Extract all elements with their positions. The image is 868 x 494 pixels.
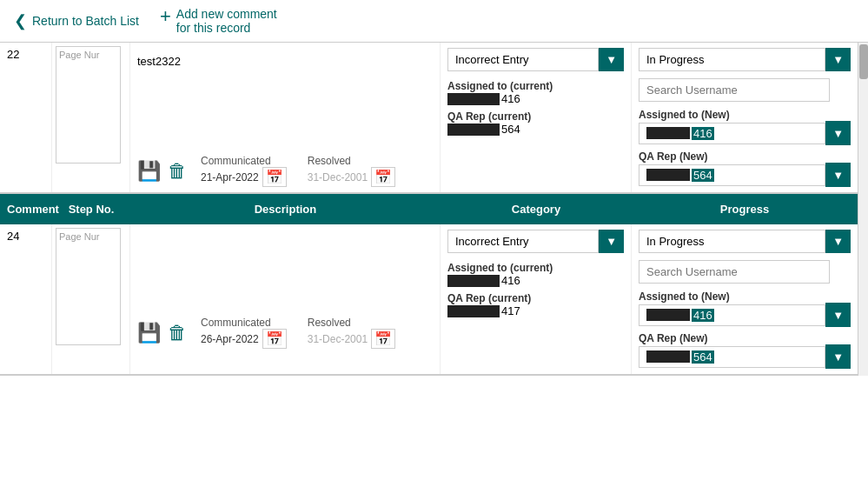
assigned-new-label-1: Assigned to (New) [639,109,851,121]
redacted-bar-qa-1 [447,124,500,136]
qa-new-num-2: 564 [692,350,714,364]
plus-icon: + [160,7,171,26]
communicated-label-2: Communicated [201,317,287,329]
assigned-current-num-2: 416 [501,274,520,287]
assigned-current-label-1: Assigned to (current) [447,80,624,92]
header-comment: Comment [0,199,52,219]
progress-value-1: In Progress [639,48,825,71]
progress-value-2: In Progress [639,230,825,253]
header-stepno: Step No. [52,199,130,219]
qa-new-num-1: 564 [692,169,714,182]
delete-icon-1[interactable]: 🗑 [168,160,187,183]
qa-current-num-2: 417 [501,304,520,317]
redacted-bar-qa-2 [447,305,500,317]
resolved-date-2: 31-Dec-2001 [308,333,368,345]
qa-new-value-1: 564 [639,164,825,186]
category-cell-2: Incorrect Entry ▼ Assigned to (current) … [441,224,632,374]
category-dropdown-btn-2[interactable]: ▼ [599,230,624,253]
add-comment-label: Add new comment for this record [176,7,277,35]
category-cell-1: Incorrect Entry ▼ Assigned to (current) … [441,43,632,192]
assigned-current-label-2: Assigned to (current) [447,262,624,274]
save-icon-1[interactable]: 💾 [137,160,161,183]
header-category: Category [441,199,632,219]
progress-cell-1: In Progress ▼ Assigned to (New) 416 ▼ [632,43,858,192]
description-text-1: test2322 [137,55,433,68]
qa-new-label-1: QA Rep (New) [639,150,851,163]
redacted-bar-new-qa-1 [646,169,690,181]
redacted-bar-assigned-2 [447,275,500,287]
qa-new-dropdown-btn-2[interactable]: ▼ [825,344,851,369]
calendar-icon-communicated-2[interactable]: 📅 [262,329,287,349]
calendar-icon-resolved-1[interactable]: 📅 [371,167,395,187]
redacted-bar-new-qa-2 [646,350,690,363]
assigned-new-value-1: 416 [639,123,825,144]
category-dropdown-btn-1[interactable]: ▼ [599,48,624,71]
description-cell-2: 💾 🗑 Communicated 26-Apr-2022 📅 Resolved … [130,224,441,374]
assigned-new-label-2: Assigned to (New) [639,290,851,303]
qa-current-label-2: QA Rep (current) [447,292,624,304]
communicated-date-1: 21-Apr-2022 [201,171,259,184]
scrollbar[interactable] [858,43,868,376]
top-bar: ❮ Return to Batch List + Add new comment… [0,0,868,43]
pagenr-label-1: Page Nur [56,47,120,63]
delete-icon-2[interactable]: 🗑 [168,322,187,344]
redacted-bar-assigned-1 [447,93,500,105]
description-cell-1: test2322 💾 🗑 Communicated 21-Apr-2022 📅 … [130,43,441,192]
qa-new-dropdown-btn-1[interactable]: ▼ [825,163,851,187]
progress-dropdown-btn-1[interactable]: ▼ [825,48,851,71]
progress-dropdown-btn-2[interactable]: ▼ [825,230,851,253]
qa-current-label-1: QA Rep (current) [447,110,624,123]
communicated-date-2: 26-Apr-2022 [201,333,259,345]
qa-new-label-2: QA Rep (New) [639,332,851,344]
pagenr-cell-2: Page Nur [52,224,130,374]
calendar-icon-resolved-2[interactable]: 📅 [371,329,395,349]
add-comment-button[interactable]: + Add new comment for this record [160,7,277,35]
assigned-new-num-1: 416 [692,127,714,140]
redacted-bar-new-assigned-1 [646,127,690,139]
pagenr-cell-1: Page Nur [52,43,130,192]
category-value-2: Incorrect Entry [447,230,599,253]
search-username-1[interactable] [639,78,830,102]
record-row-1: 22 Page Nur test2322 💾 🗑 Communicated 21… [0,43,858,194]
resolved-date-1: 31-Dec-2001 [308,171,368,184]
table-header: Comment Step No. Description Category Pr… [0,194,858,224]
category-value-1: Incorrect Entry [447,48,599,71]
main-content: 22 Page Nur test2322 💾 🗑 Communicated 21… [0,43,868,376]
qa-new-value-2: 564 [639,346,825,368]
redacted-bar-new-assigned-2 [646,309,690,321]
assigned-new-dropdown-btn-1[interactable]: ▼ [825,121,851,145]
scrollbar-thumb[interactable] [859,44,868,79]
back-label: Return to Batch List [32,14,139,28]
assigned-new-dropdown-btn-2[interactable]: ▼ [825,303,851,327]
assigned-current-num-1: 416 [501,92,520,105]
pagenr-label-2: Page Nur [56,229,120,244]
header-progress: Progress [632,199,858,219]
header-description: Description [130,199,441,219]
qa-current-num-1: 564 [501,123,520,136]
record-number-1: 22 [0,43,52,192]
communicated-label-1: Communicated [201,155,287,167]
record-row-2: 24 Page Nur 💾 🗑 Communicated 26-Apr-2022 [0,224,858,376]
back-button[interactable]: ❮ Return to Batch List [14,11,139,30]
back-icon: ❮ [14,11,27,30]
record-number-2: 24 [0,224,52,374]
search-username-2[interactable] [639,260,830,284]
calendar-icon-communicated-1[interactable]: 📅 [262,167,287,187]
assigned-new-value-2: 416 [639,304,825,326]
progress-cell-2: In Progress ▼ Assigned to (New) 416 ▼ [632,224,858,374]
save-icon-2[interactable]: 💾 [137,322,161,344]
resolved-label-1: Resolved [308,155,395,167]
assigned-new-num-2: 416 [692,309,714,322]
resolved-label-2: Resolved [308,317,395,329]
